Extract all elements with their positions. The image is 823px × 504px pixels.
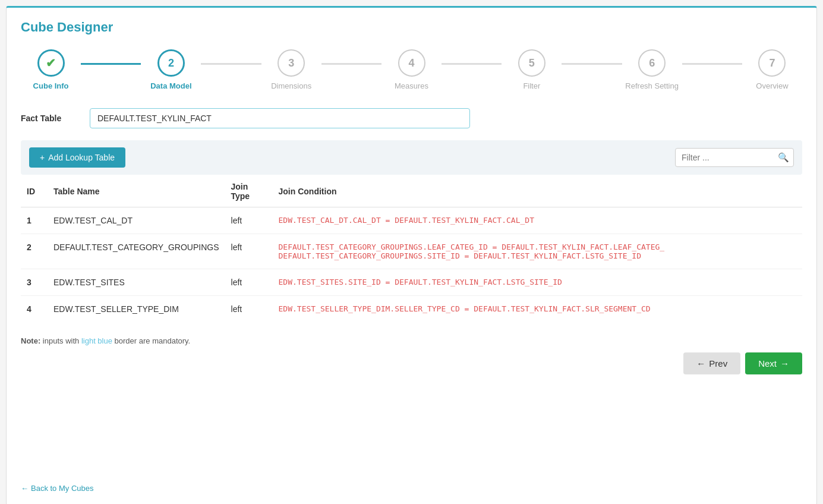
cell-id: 2: [21, 234, 48, 269]
step-circle-2: 2: [157, 49, 185, 77]
note-highlight: light blue: [81, 336, 112, 345]
step-label-2: Data Model: [150, 81, 191, 90]
prev-button[interactable]: ← Prev: [683, 352, 740, 374]
back-to-my-cubes-link[interactable]: ← Back to My Cubes: [21, 484, 94, 493]
next-arrow-icon: →: [780, 358, 789, 368]
fact-table-input[interactable]: [90, 108, 470, 128]
connector-1-2: [81, 63, 141, 65]
footer-note: Note: inputs with light blue border are …: [21, 336, 802, 345]
cell-table-name: DEFAULT.TEST_CATEGORY_GROUPINGS: [48, 234, 225, 269]
col-header-table-name: Table Name: [48, 175, 225, 207]
fact-table-label: Fact Table: [21, 114, 80, 123]
add-icon: +: [40, 153, 45, 162]
page-title: Cube Designer: [21, 20, 802, 35]
table-row: 4EDW.TEST_SELLER_TYPE_DIMleftEDW.TEST_SE…: [21, 296, 802, 323]
note-prefix: Note:: [21, 336, 40, 345]
cell-table-name: EDW.TEST_CAL_DT: [48, 207, 225, 234]
back-arrow-icon: ←: [21, 484, 29, 493]
lookup-table: ID Table Name JoinType Join Condition 1E…: [21, 175, 802, 322]
footer-actions: ← Prev Next →: [21, 352, 802, 374]
step-label-7: Overview: [756, 81, 788, 90]
cell-table-name: EDW.TEST_SITES: [48, 269, 225, 296]
next-button[interactable]: Next →: [745, 352, 802, 374]
connector-2-3: [201, 63, 261, 65]
col-header-id: ID: [21, 175, 48, 207]
connector-3-4: [321, 63, 381, 65]
step-number-5: 5: [529, 57, 535, 70]
table-header-row: ID Table Name JoinType Join Condition: [21, 175, 802, 207]
toolbar: + Add Lookup Table 🔍: [21, 140, 802, 175]
cell-join-condition: EDW.TEST_SELLER_TYPE_DIM.SELLER_TYPE_CD …: [273, 296, 802, 323]
cell-join-type: left: [225, 234, 273, 269]
step-label-4: Measures: [395, 81, 428, 90]
cell-join-condition: EDW.TEST_CAL_DT.CAL_DT = DEFAULT.TEST_KY…: [273, 207, 802, 234]
table-row: 1EDW.TEST_CAL_DTleftEDW.TEST_CAL_DT.CAL_…: [21, 207, 802, 234]
cell-id: 4: [21, 296, 48, 323]
step-number-3: 3: [288, 57, 294, 70]
filter-input[interactable]: [675, 148, 794, 167]
connector-5-6: [562, 63, 622, 65]
stepper: ✔ Cube Info 2 Data Model 3 Dimensions 4: [21, 49, 802, 90]
cell-table-name: EDW.TEST_SELLER_TYPE_DIM: [48, 296, 225, 323]
cell-join-type: left: [225, 269, 273, 296]
cell-id: 1: [21, 207, 48, 234]
step-5: 5 Filter: [502, 49, 562, 90]
step-number-6: 6: [649, 57, 655, 70]
add-lookup-button[interactable]: + Add Lookup Table: [29, 147, 125, 168]
step-circle-5: 5: [518, 49, 545, 77]
col-header-join-condition: Join Condition: [273, 175, 802, 207]
note-suffix: border are mandatory.: [115, 336, 191, 345]
page-wrapper: Cube Designer ✔ Cube Info 2 Data Model 3…: [6, 6, 817, 504]
search-icon: 🔍: [778, 152, 789, 163]
next-label: Next: [758, 358, 777, 368]
step-6: 6 Refresh Setting: [622, 49, 682, 90]
step-label-6: Refresh Setting: [625, 81, 679, 90]
prev-arrow-icon: ←: [696, 358, 705, 368]
cell-join-type: left: [225, 207, 273, 234]
step-number-7: 7: [769, 57, 775, 70]
col-header-join-type: JoinType: [225, 175, 273, 207]
step-1: ✔ Cube Info: [21, 49, 81, 90]
check-icon: ✔: [46, 56, 56, 70]
step-label-5: Filter: [523, 81, 540, 90]
step-number-4: 4: [409, 57, 415, 70]
table-row: 3EDW.TEST_SITESleftEDW.TEST_SITES.SITE_I…: [21, 269, 802, 296]
step-number-2: 2: [168, 57, 174, 70]
connector-4-5: [442, 63, 502, 65]
step-circle-1: ✔: [37, 49, 65, 77]
step-7: 7 Overview: [742, 49, 802, 90]
back-label: Back to My Cubes: [31, 484, 94, 493]
cell-join-type: left: [225, 296, 273, 323]
step-circle-7: 7: [758, 49, 786, 77]
filter-wrapper: 🔍: [675, 148, 794, 167]
step-label-1: Cube Info: [33, 81, 69, 90]
note-text: inputs with: [43, 336, 81, 345]
cell-join-condition: EDW.TEST_SITES.SITE_ID = DEFAULT.TEST_KY…: [273, 269, 802, 296]
step-circle-6: 6: [638, 49, 666, 77]
step-circle-4: 4: [398, 49, 425, 77]
add-lookup-label: Add Lookup Table: [48, 153, 115, 162]
step-4: 4 Measures: [381, 49, 442, 90]
fact-table-row: Fact Table: [21, 108, 802, 128]
cell-join-condition: DEFAULT.TEST_CATEGORY_GROUPINGS.LEAF_CAT…: [273, 234, 802, 269]
step-label-3: Dimensions: [271, 81, 311, 90]
table-row: 2DEFAULT.TEST_CATEGORY_GROUPINGSleftDEFA…: [21, 234, 802, 269]
cell-id: 3: [21, 269, 48, 296]
step-circle-3: 3: [278, 49, 305, 77]
step-3: 3 Dimensions: [261, 49, 321, 90]
step-2: 2 Data Model: [141, 49, 201, 90]
prev-label: Prev: [709, 358, 727, 368]
connector-6-7: [682, 63, 742, 65]
